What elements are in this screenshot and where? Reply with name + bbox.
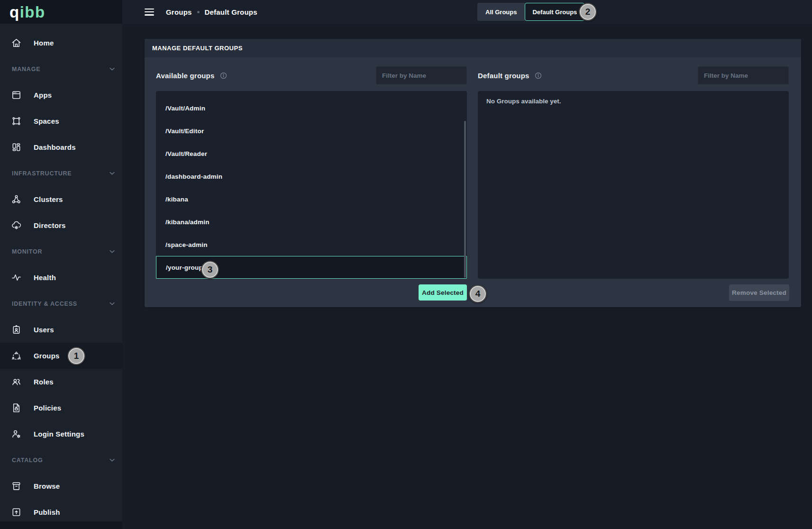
available-group-row[interactable]: /Vault/Admin (156, 97, 467, 119)
sidebar-item-health[interactable]: Health (0, 264, 122, 291)
sidebar-section-label: MANAGE (12, 66, 40, 73)
info-icon[interactable] (535, 72, 542, 79)
all-groups-tab[interactable]: All Groups (477, 3, 525, 21)
sidebar-section-label: MONITOR (12, 248, 42, 255)
group-name: /Vault/Editor (165, 128, 204, 135)
breadcrumb: Groups Default Groups (145, 0, 257, 24)
sidebar-item-label: Apps (34, 91, 52, 99)
browse-icon (10, 481, 22, 492)
available-group-row[interactable]: /Vault/Editor (156, 119, 467, 142)
manage-default-groups-panel: MANAGE DEFAULT GROUPS Available groups /… (145, 39, 801, 307)
sidebar-item-groups[interactable]: Groups (0, 343, 122, 369)
available-groups-header: Available groups (156, 66, 227, 84)
sidebar-item-spaces[interactable]: Spaces (0, 108, 122, 134)
default-groups-title: Default groups (478, 72, 529, 80)
groups-view-toggle: All Groups Default Groups (477, 3, 584, 21)
list-scrollbar[interactable] (464, 121, 466, 278)
chevron-down-icon (109, 65, 116, 73)
login-settings-icon (10, 429, 22, 440)
policies-icon (10, 402, 22, 414)
breadcrumb-separator-icon (197, 11, 200, 13)
sidebar-item-roles[interactable]: Roles (0, 369, 122, 395)
chevron-down-icon (109, 248, 116, 255)
available-group-row[interactable]: /kibana/admin (156, 210, 467, 233)
default-groups-filter-input[interactable] (698, 66, 789, 84)
roles-icon (10, 376, 22, 388)
available-groups-title: Available groups (156, 72, 215, 80)
empty-state-message: No Groups available yet. (478, 91, 789, 105)
sidebar-section-manage[interactable]: MANAGE (0, 56, 122, 82)
apps-icon (10, 90, 22, 101)
default-groups-list: No Groups available yet. (478, 91, 789, 279)
sidebar-item-label: Publish (34, 508, 60, 516)
sidebar-item-label: Spaces (34, 117, 59, 125)
sidebar-item-browse[interactable]: Browse (0, 473, 122, 499)
step-badge-1: 1 (67, 347, 85, 365)
info-icon[interactable] (220, 72, 227, 79)
home-icon (10, 37, 22, 49)
remove-selected-button[interactable]: Remove Selected (729, 284, 789, 301)
step-badge-4: 4 (469, 285, 487, 303)
publish-icon (10, 507, 22, 518)
panel-header: MANAGE DEFAULT GROUPS (145, 39, 801, 57)
available-groups-list: /Vault/Admin/Vault/Editor/Vault/Reader/d… (156, 91, 467, 279)
sidebar-item-label: Groups (34, 352, 60, 360)
step-badge-2: 2 (579, 3, 597, 21)
group-name: /dashboard-admin (165, 173, 222, 180)
sidebar-item-apps[interactable]: Apps (0, 82, 122, 108)
sidebar-item-users[interactable]: Users (0, 317, 122, 343)
sidebar-item-label: Home (34, 39, 54, 47)
group-name: /kibana (165, 196, 188, 203)
group-name: /Vault/Reader (165, 150, 207, 157)
health-icon (10, 272, 22, 283)
available-group-row[interactable]: /Vault/Reader (156, 142, 467, 165)
logo-text-q: q (9, 4, 20, 20)
logo-text-ibb: ibb (20, 4, 46, 20)
sidebar-section-catalog[interactable]: CATALOG (0, 447, 122, 473)
sidebar-item-label: Browse (34, 482, 60, 490)
sidebar-section-identity-access[interactable]: IDENTITY & ACCESS (0, 291, 122, 317)
group-name: /Vault/Admin (165, 105, 205, 112)
sidebar-section-monitor[interactable]: MONITOR (0, 238, 122, 264)
sidebar-item-clusters[interactable]: Clusters (0, 186, 122, 212)
breadcrumb-parent[interactable]: Groups (166, 8, 192, 16)
dashboards-icon (10, 142, 22, 153)
app-window: qibb HomeMANAGEAppsSpacesDashboardsINFRA… (0, 0, 812, 529)
sidebar-item-label: Login Settings (34, 430, 84, 438)
add-selected-button[interactable]: Add Selected (419, 284, 467, 301)
sidebar-footer (0, 521, 122, 529)
breadcrumb-current: Default Groups (205, 8, 257, 16)
sidebar-item-label: Roles (34, 378, 54, 386)
directors-icon (10, 220, 22, 231)
sidebar-item-label: Clusters (34, 195, 63, 203)
clusters-icon (10, 194, 22, 205)
groups-icon (10, 350, 22, 362)
topbar: Groups Default Groups All Groups Default… (122, 0, 812, 24)
available-group-row[interactable]: /dashboard-admin (156, 165, 467, 188)
sidebar-item-label: Health (34, 274, 56, 282)
available-group-row[interactable]: /kibana (156, 188, 467, 210)
available-group-row[interactable]: /space-admin (156, 233, 467, 256)
chevron-down-icon (109, 456, 116, 464)
menu-icon[interactable] (145, 9, 154, 16)
sidebar-section-label: INFRASTRUCTURE (12, 170, 72, 177)
chevron-down-icon (109, 300, 116, 307)
default-groups-tab[interactable]: Default Groups (525, 3, 584, 21)
step-badge-3: 3 (201, 261, 219, 279)
sidebar-section-label: IDENTITY & ACCESS (12, 301, 77, 307)
sidebar-section-label: CATALOG (12, 457, 43, 464)
sidebar-item-login-settings[interactable]: Login Settings (0, 421, 122, 447)
sidebar-nav: HomeMANAGEAppsSpacesDashboardsINFRASTRUC… (0, 24, 122, 525)
sidebar-item-policies[interactable]: Policies (0, 395, 122, 421)
sidebar-item-dashboards[interactable]: Dashboards (0, 134, 122, 160)
users-icon (10, 324, 22, 336)
panel-title: MANAGE DEFAULT GROUPS (152, 45, 243, 52)
sidebar-item-directors[interactable]: Directors (0, 212, 122, 238)
spaces-icon (10, 116, 22, 127)
qibb-logo[interactable]: qibb (0, 0, 122, 24)
group-name: /space-admin (165, 241, 208, 248)
sidebar-section-infrastructure[interactable]: INFRASTRUCTURE (0, 160, 122, 186)
sidebar-item-home[interactable]: Home (0, 30, 122, 56)
sidebar-item-label: Policies (34, 404, 61, 412)
available-groups-filter-input[interactable] (376, 66, 467, 84)
